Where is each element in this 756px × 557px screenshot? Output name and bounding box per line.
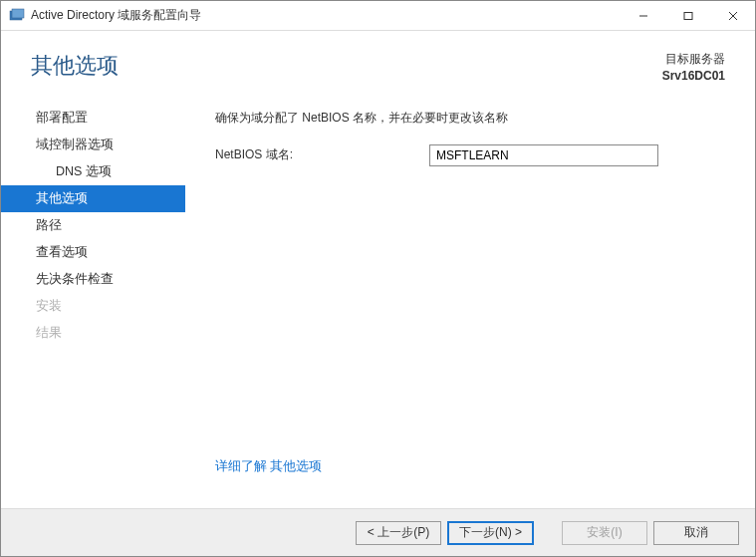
- target-server-name: Srv16DC01: [662, 68, 725, 85]
- more-info-prefix: 详细了解: [215, 459, 267, 473]
- sidebar-item-4[interactable]: 路径: [1, 212, 185, 239]
- cancel-button[interactable]: 取消: [653, 521, 739, 545]
- footer: < 上一步(P) 下一步(N) > 安装(I) 取消: [1, 508, 755, 556]
- svg-rect-1: [12, 9, 24, 18]
- more-info: 详细了解 其他选项: [215, 458, 322, 475]
- netbios-input[interactable]: [429, 144, 658, 166]
- main-panel: 确保为域分配了 NetBIOS 名称，并在必要时更改该名称 NetBIOS 域名…: [185, 95, 755, 493]
- description-text: 确保为域分配了 NetBIOS 名称，并在必要时更改该名称: [215, 110, 725, 127]
- next-button[interactable]: 下一步(N) >: [447, 521, 534, 545]
- install-button: 安装(I): [562, 521, 647, 545]
- titlebar: Active Directory 域服务配置向导: [1, 1, 755, 31]
- netbios-label: NetBIOS 域名:: [215, 146, 429, 163]
- previous-button[interactable]: < 上一步(P): [356, 521, 441, 545]
- sidebar-item-3[interactable]: 其他选项: [1, 185, 185, 212]
- sidebar-item-8: 结果: [1, 320, 185, 347]
- svg-rect-3: [684, 12, 692, 19]
- target-server-label: 目标服务器: [662, 51, 725, 68]
- sidebar-item-5[interactable]: 查看选项: [1, 239, 185, 266]
- sidebar: 部署配置域控制器选项DNS 选项其他选项路径查看选项先决条件检查安装结果: [1, 95, 185, 493]
- netbios-row: NetBIOS 域名:: [215, 144, 725, 166]
- window-controls: [621, 1, 755, 30]
- sidebar-item-6[interactable]: 先决条件检查: [1, 266, 185, 293]
- sidebar-item-0[interactable]: 部署配置: [1, 105, 185, 132]
- close-button[interactable]: [710, 1, 755, 30]
- sidebar-item-7: 安装: [1, 293, 185, 320]
- sidebar-item-1[interactable]: 域控制器选项: [1, 132, 185, 158]
- header: 其他选项 目标服务器 Srv16DC01: [1, 31, 755, 95]
- maximize-button[interactable]: [665, 1, 710, 30]
- sidebar-item-2[interactable]: DNS 选项: [1, 158, 185, 185]
- window-title: Active Directory 域服务配置向导: [31, 7, 621, 24]
- minimize-button[interactable]: [621, 1, 665, 30]
- target-server-box: 目标服务器 Srv16DC01: [662, 51, 725, 85]
- page-title: 其他选项: [31, 51, 662, 81]
- more-info-link[interactable]: 其他选项: [270, 459, 322, 473]
- content: 部署配置域控制器选项DNS 选项其他选项路径查看选项先决条件检查安装结果 确保为…: [1, 95, 755, 493]
- app-icon: [9, 8, 25, 24]
